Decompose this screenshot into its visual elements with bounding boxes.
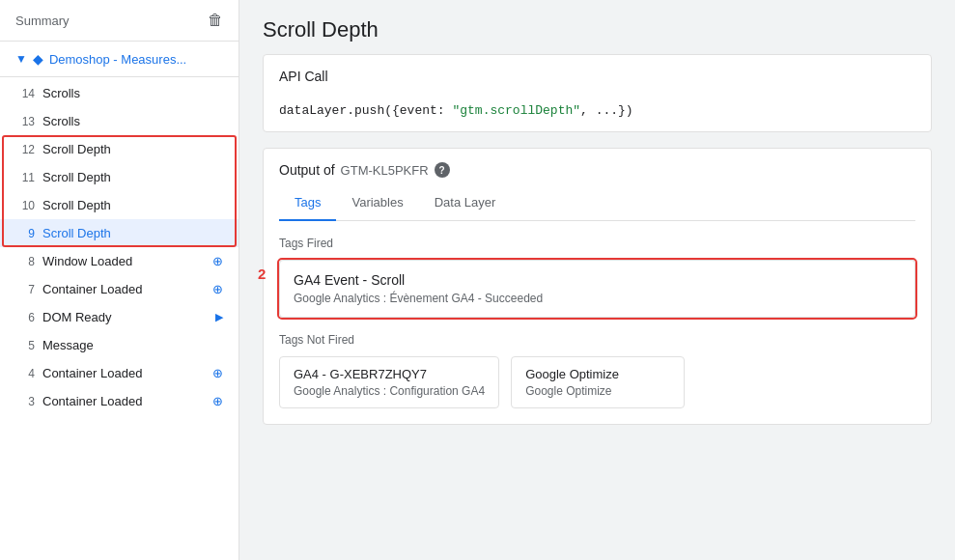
sidebar-item-12-scroll-depth[interactable]: 12 Scroll Depth (0, 135, 239, 163)
sidebar-item-4-container-loaded[interactable]: 4 Container Loaded ⊕ (0, 359, 239, 387)
tag-not-fired-ga4-name: GA4 - G-XEBR7ZHQY7 (294, 367, 485, 381)
tag-not-fired-ga4[interactable]: GA4 - G-XEBR7ZHQY7 Google Analytics : Co… (279, 356, 499, 408)
item-num: 10 (15, 199, 35, 212)
item-label: Message (42, 338, 223, 352)
api-call-code: dataLayer.push({event: "gtm.scrollDepth"… (264, 94, 931, 131)
sidebar-items-wrapper: 14 Scrolls 13 Scrolls 1 12 Scroll Depth … (0, 77, 239, 415)
tab-data-layer[interactable]: Data Layer (419, 185, 512, 221)
sidebar-item-14-scrolls[interactable]: 14 Scrolls (0, 79, 239, 107)
output-section-title: Output of (279, 162, 335, 178)
tags-fired-wrapper: 2 GA4 Event - Scroll Google Analytics : … (279, 260, 915, 318)
page-title: Scroll Depth (263, 17, 932, 42)
output-header: Output of GTM-KL5PKFR ? (264, 149, 931, 178)
tag-not-fired-optimize-name: Google Optimize (525, 367, 670, 381)
item-num: 5 (15, 339, 35, 352)
sidebar: Summary 🗑 ▼ ◆ Demoshop - Measures... 14 … (0, 0, 239, 560)
annotation-2-label: 2 (258, 266, 266, 282)
chevron-icon: ▼ (15, 52, 27, 66)
api-call-card: API Call dataLayer.push({event: "gtm.scr… (263, 54, 932, 132)
item-num: 14 (15, 87, 35, 100)
demoshop-label: Demoshop - Measures... (49, 52, 186, 67)
sidebar-item-13-scrolls[interactable]: 13 Scrolls (0, 107, 239, 135)
item-label: DOM Ready (42, 310, 211, 324)
output-body: Tags Fired 2 GA4 Event - Scroll Google A… (264, 221, 931, 424)
code-text: dataLayer.push({event: "gtm.scrollDepth"… (279, 103, 633, 118)
api-call-title: API Call (264, 55, 931, 94)
trash-icon[interactable]: 🗑 (208, 12, 223, 29)
item-num: 12 (15, 143, 35, 156)
diamond-icon: ◆ (33, 51, 43, 67)
item-label: Scroll Depth (42, 170, 223, 184)
sidebar-item-7-container-loaded[interactable]: 7 Container Loaded ⊕ (0, 275, 239, 303)
main-content: Scroll Depth API Call dataLayer.push({ev… (239, 0, 955, 560)
annotated-scroll-group: 1 12 Scroll Depth 11 Scroll Depth 10 Scr… (0, 135, 239, 247)
tags-not-fired-label: Tags Not Fired (279, 333, 915, 347)
item-num: 7 (15, 283, 35, 296)
tabs-bar: Tags Variables Data Layer (279, 185, 915, 221)
tab-variables[interactable]: Variables (336, 185, 418, 221)
dom-ready-icon: ▶ (215, 311, 223, 323)
item-num: 4 (15, 367, 35, 380)
item-num: 6 (15, 311, 35, 324)
help-icon[interactable]: ? (435, 162, 450, 178)
sidebar-item-8-window-loaded[interactable]: 8 Window Loaded ⊕ (0, 247, 239, 275)
tag-not-fired-ga4-sub: Google Analytics : Configuration GA4 (294, 384, 485, 398)
output-card: Output of GTM-KL5PKFR ? Tags Variables D… (263, 148, 932, 425)
sidebar-item-10-scroll-depth[interactable]: 10 Scroll Depth (0, 191, 239, 219)
sidebar-item-6-dom-ready[interactable]: 6 DOM Ready ▶ (0, 303, 239, 331)
item-label: Container Loaded (42, 394, 209, 408)
tags-not-fired-grid: GA4 - G-XEBR7ZHQY7 Google Analytics : Co… (279, 356, 915, 408)
tab-tags[interactable]: Tags (279, 185, 336, 221)
item-num: 11 (15, 171, 35, 184)
item-label: Window Loaded (42, 254, 209, 268)
annotation-box-2 (277, 258, 917, 320)
sidebar-item-11-scroll-depth[interactable]: 11 Scroll Depth (0, 163, 239, 191)
window-loaded-icon: ⊕ (212, 254, 223, 268)
tag-not-fired-google-optimize[interactable]: Google Optimize Google Optimize (511, 356, 685, 408)
item-num: 13 (15, 115, 35, 128)
item-label: Scrolls (42, 86, 223, 100)
sidebar-item-9-scroll-depth[interactable]: 9 Scroll Depth (0, 219, 239, 247)
tags-fired-label: Tags Fired (279, 237, 915, 250)
container-loaded-icon: ⊕ (212, 282, 223, 296)
item-num: 9 (15, 227, 35, 240)
tag-fired-sub: Google Analytics : Évènement GA4 - Succe… (294, 292, 901, 305)
demoshop-row[interactable]: ▼ ◆ Demoshop - Measures... (0, 42, 239, 77)
sidebar-title: Summary (15, 14, 70, 28)
sidebar-header: Summary 🗑 (0, 0, 239, 42)
item-label: Scroll Depth (42, 198, 223, 212)
tag-fired-name: GA4 Event - Scroll (294, 272, 901, 288)
output-container-id: GTM-KL5PKFR (341, 163, 429, 178)
code-string: "gtm.scrollDepth" (452, 103, 580, 118)
item-label: Scroll Depth (42, 226, 223, 240)
tag-not-fired-optimize-sub: Google Optimize (525, 384, 670, 398)
item-label: Container Loaded (42, 366, 209, 380)
sidebar-item-3-container-loaded[interactable]: 3 Container Loaded ⊕ (0, 387, 239, 415)
item-label: Scroll Depth (42, 142, 223, 156)
container-loaded-2-icon: ⊕ (212, 366, 223, 380)
item-num: 8 (15, 255, 35, 268)
tag-fired-ga4-scroll[interactable]: GA4 Event - Scroll Google Analytics : Év… (279, 260, 915, 318)
item-num: 3 (15, 395, 35, 408)
content-area: API Call dataLayer.push({event: "gtm.scr… (239, 54, 955, 560)
container-loaded-3-icon: ⊕ (212, 394, 223, 408)
sidebar-item-5-message[interactable]: 5 Message (0, 331, 239, 359)
item-label: Container Loaded (42, 282, 209, 296)
item-label: Scrolls (42, 114, 223, 128)
main-header: Scroll Depth (239, 0, 955, 54)
